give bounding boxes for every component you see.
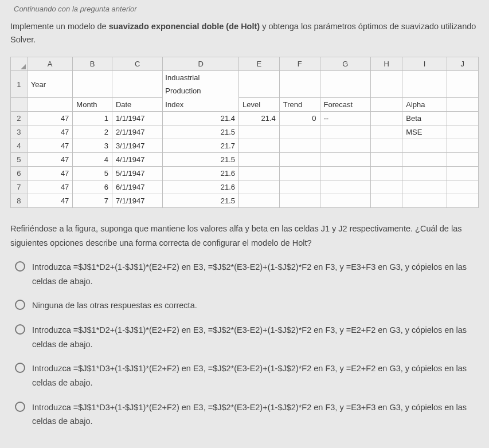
cell[interactable]: 21.6 [163,180,239,194]
cell[interactable] [370,152,402,166]
cell[interactable] [239,180,280,194]
cell[interactable] [447,194,478,207]
col-header-C[interactable]: C [112,57,162,71]
cell[interactable] [239,139,280,152]
cell[interactable] [279,125,320,139]
cell[interactable]: 47 [27,139,73,152]
row-header[interactable]: 6 [11,166,28,180]
cell[interactable] [279,180,320,194]
cell[interactable] [447,139,478,152]
cell[interactable]: Forecast [320,97,370,111]
cell[interactable] [239,71,280,98]
cell[interactable] [320,194,370,207]
cell[interactable]: 47 [27,166,73,180]
cell[interactable]: MSE [402,125,447,139]
col-header-F[interactable]: F [279,57,320,71]
col-header-D[interactable]: D [163,57,239,71]
cell[interactable] [279,71,320,98]
radio-button[interactable] [15,324,25,335]
cell[interactable] [447,180,478,194]
cell[interactable]: 21.6 [163,166,239,180]
cell[interactable]: 6 [73,180,112,194]
radio-button[interactable] [15,402,25,412]
row-header[interactable]: 3 [11,125,28,139]
cell[interactable] [279,139,320,152]
cell[interactable]: 47 [27,180,73,194]
cell[interactable] [112,71,162,98]
cell[interactable] [239,125,280,139]
cell[interactable]: Trend [279,97,320,111]
cell[interactable]: 4/1/1947 [112,152,162,166]
cell[interactable] [320,125,370,139]
cell[interactable]: 7/1/1947 [112,194,162,207]
cell[interactable] [370,125,402,139]
cell[interactable] [402,139,447,152]
col-header-J[interactable]: J [447,57,478,71]
cell[interactable] [239,166,280,180]
cell[interactable] [279,166,320,180]
cell[interactable] [370,111,402,125]
cell[interactable]: 21.5 [163,125,239,139]
cell[interactable] [320,71,370,98]
cell[interactable]: 47 [27,194,73,207]
option-5[interactable]: Introduzca =$J$1*D3+(1-$J$1)*(E2+F2) en … [15,400,479,429]
cell[interactable] [447,125,478,139]
cell[interactable]: 21.7 [163,139,239,152]
cell[interactable] [447,97,478,111]
cell[interactable] [447,166,478,180]
cell[interactable]: Production [163,84,239,97]
cell[interactable] [402,166,447,180]
cell[interactable]: 21.4 [239,111,280,125]
radio-button[interactable] [15,363,25,373]
cell[interactable]: Alpha [402,97,447,111]
radio-button[interactable] [15,300,25,310]
cell[interactable] [239,152,280,166]
cell[interactable] [320,180,370,194]
row-header[interactable]: 5 [11,152,28,166]
cell[interactable]: -- [320,111,370,125]
cell[interactable] [370,180,402,194]
cell[interactable]: 0 [279,111,320,125]
cell[interactable] [320,166,370,180]
cell[interactable]: 3 [73,139,112,152]
cell[interactable]: Level [239,97,280,111]
col-header-G[interactable]: G [320,57,370,71]
row-header[interactable]: 4 [11,139,28,152]
cell[interactable] [402,194,447,207]
cell[interactable] [320,152,370,166]
cell[interactable]: 2/1/1947 [112,125,162,139]
cell[interactable]: 47 [27,125,73,139]
cell[interactable]: 21.4 [163,111,239,125]
select-all-corner[interactable] [11,57,28,71]
cell[interactable] [370,97,402,111]
cell[interactable] [279,152,320,166]
row-header[interactable]: 2 [11,111,28,125]
cell[interactable]: Index [163,97,239,111]
option-2[interactable]: Ninguna de las otras respuestas es corre… [15,298,479,313]
row-header-1b[interactable] [11,97,28,111]
cell[interactable] [370,139,402,152]
cell[interactable]: Induastrial [163,71,239,85]
cell[interactable] [239,194,280,207]
cell[interactable]: 4 [73,152,112,166]
col-header-A[interactable]: A [27,57,73,71]
col-header-B[interactable]: B [73,57,112,71]
col-header-I[interactable]: I [402,57,447,71]
cell[interactable] [402,152,447,166]
row-header[interactable]: 7 [11,180,28,194]
cell[interactable]: 3/1/1947 [112,139,162,152]
cell[interactable]: 5 [73,166,112,180]
cell[interactable]: Date [112,97,162,111]
cell[interactable] [447,152,478,166]
radio-button[interactable] [15,261,25,272]
cell[interactable]: 2 [73,125,112,139]
cell[interactable]: 47 [27,111,73,125]
cell[interactable]: 21.5 [163,152,239,166]
cell[interactable] [370,166,402,180]
cell[interactable]: Month [73,97,112,111]
cell[interactable]: 47 [27,152,73,166]
cell[interactable] [402,71,447,98]
option-1[interactable]: Introduzca =$J$1*D2+(1-$J$1)*(E2+F2) en … [15,260,479,288]
row-header-1[interactable]: 1 [11,71,28,98]
cell[interactable]: 1 [73,111,112,125]
